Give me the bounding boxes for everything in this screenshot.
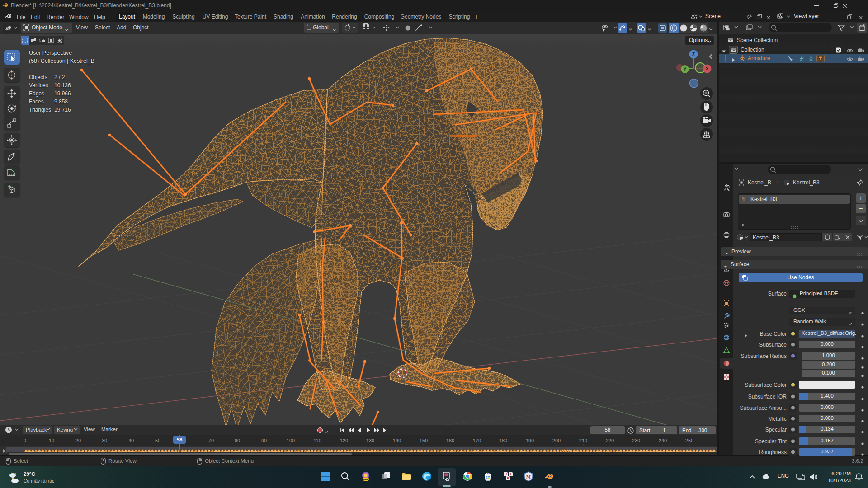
svg-text:50: 50 [155, 438, 160, 443]
svg-text:190: 190 [526, 438, 534, 443]
svg-text:110: 110 [313, 438, 321, 443]
svg-text:90: 90 [261, 438, 267, 443]
svg-text:200: 200 [552, 438, 561, 443]
svg-text:Z: Z [692, 52, 695, 57]
svg-text:140: 140 [393, 438, 401, 443]
svg-text:Y: Y [684, 67, 687, 72]
svg-text:10: 10 [49, 438, 54, 443]
svg-text:80: 80 [235, 438, 240, 443]
svg-text:0: 0 [24, 438, 26, 443]
svg-text:210: 210 [579, 438, 587, 443]
svg-text:M: M [526, 474, 531, 479]
svg-text:220: 220 [606, 438, 614, 443]
svg-text:30: 30 [102, 438, 107, 443]
svg-text:150: 150 [420, 438, 428, 443]
svg-text:100: 100 [287, 438, 295, 443]
svg-text:170: 170 [473, 438, 481, 443]
svg-text:160: 160 [446, 438, 454, 443]
svg-text:180: 180 [499, 438, 507, 443]
svg-text:70: 70 [208, 438, 214, 443]
svg-text:X: X [706, 66, 709, 71]
svg-text:40: 40 [128, 438, 134, 443]
svg-text:R: R [507, 477, 509, 480]
svg-text:120: 120 [340, 438, 348, 443]
svg-text:230: 230 [632, 438, 640, 443]
svg-text:I: I [510, 473, 511, 476]
svg-text:250: 250 [685, 438, 693, 443]
svg-text:240: 240 [659, 438, 667, 443]
svg-text:U: U [505, 473, 507, 476]
svg-text:130: 130 [366, 438, 374, 443]
svg-text:20: 20 [75, 438, 81, 443]
svg-text:PRE: PRE [363, 478, 369, 481]
